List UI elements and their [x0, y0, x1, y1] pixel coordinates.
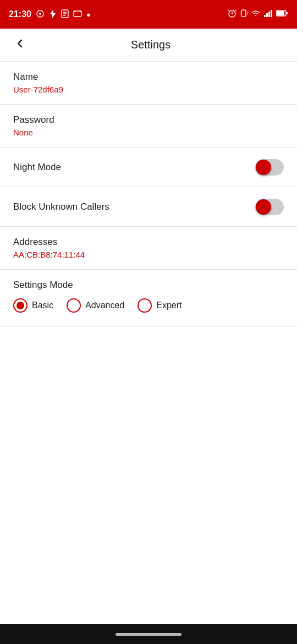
vibrate-icon — [240, 9, 248, 20]
block-unknown-callers-knob — [256, 199, 271, 215]
svg-rect-23 — [277, 11, 284, 15]
name-row[interactable]: Name User-72df6a9 — [0, 62, 297, 105]
signal-icon — [264, 9, 273, 19]
bottom-nav-bar — [0, 624, 297, 644]
radio-advanced-outer — [67, 298, 81, 313]
radio-basic-label: Basic — [32, 301, 53, 310]
svg-rect-15 — [241, 10, 246, 17]
settings-content: Name User-72df6a9 Password None Night Mo… — [0, 62, 297, 624]
radio-expert-label: Expert — [156, 301, 182, 310]
night-mode-knob — [256, 160, 271, 175]
name-info: Name User-72df6a9 — [13, 72, 63, 94]
svg-rect-21 — [271, 10, 272, 17]
block-unknown-callers-label: Block Unknown Callers — [13, 201, 109, 212]
svg-rect-19 — [266, 13, 268, 17]
svg-rect-20 — [268, 12, 270, 17]
app-bar: Settings — [0, 29, 297, 62]
status-left: 21:30 ● — [9, 9, 91, 20]
battery-icon — [276, 9, 288, 19]
dot-icon: ● — [86, 10, 91, 19]
svg-rect-18 — [264, 15, 266, 17]
night-mode-label: Night Mode — [13, 162, 61, 173]
settings-mode-radio-group: Basic Advanced Expert — [13, 298, 284, 313]
status-bar: 21:30 ● — [0, 0, 297, 29]
lightning-icon — [49, 9, 57, 20]
addresses-label: Addresses — [13, 237, 85, 248]
radio-expert[interactable]: Expert — [138, 298, 182, 313]
addresses-info: Addresses AA:CB:B8:74:11:44 — [13, 237, 85, 259]
file-icon — [61, 9, 69, 20]
password-value: None — [13, 128, 54, 137]
back-button[interactable] — [9, 32, 31, 58]
page-title: Settings — [35, 39, 266, 51]
status-right — [228, 9, 288, 20]
alarm-icon — [228, 9, 237, 20]
password-label: Password — [13, 114, 54, 125]
svg-point-1 — [39, 13, 41, 15]
password-info: Password None — [13, 114, 54, 137]
block-unknown-callers-toggle[interactable] — [255, 199, 284, 215]
settings-mode-row: Settings Mode Basic Advanced — [0, 270, 297, 326]
wifi-icon — [251, 9, 261, 19]
svg-line-14 — [235, 10, 237, 11]
svg-rect-24 — [286, 12, 288, 14]
status-time: 21:30 — [9, 9, 31, 19]
bottom-pill — [116, 633, 182, 636]
night-mode-toggle[interactable] — [255, 159, 284, 176]
radio-basic-inner — [16, 302, 24, 309]
name-label: Name — [13, 72, 63, 83]
radio-advanced-label: Advanced — [85, 301, 124, 310]
cat-icon — [73, 9, 82, 20]
night-mode-row: Night Mode — [0, 148, 297, 187]
svg-line-13 — [228, 10, 229, 11]
radio-basic[interactable]: Basic — [13, 298, 53, 313]
location-icon — [36, 9, 45, 20]
block-unknown-callers-row: Block Unknown Callers — [0, 187, 297, 227]
svg-marker-2 — [50, 9, 56, 18]
settings-mode-label: Settings Mode — [13, 280, 284, 291]
radio-expert-outer — [138, 298, 152, 313]
name-value: User-72df6a9 — [13, 85, 63, 94]
radio-basic-outer — [13, 298, 28, 313]
radio-advanced[interactable]: Advanced — [67, 298, 124, 313]
password-row[interactable]: Password None — [0, 105, 297, 148]
addresses-row[interactable]: Addresses AA:CB:B8:74:11:44 — [0, 227, 297, 270]
addresses-value: AA:CB:B8:74:11:44 — [13, 250, 85, 259]
